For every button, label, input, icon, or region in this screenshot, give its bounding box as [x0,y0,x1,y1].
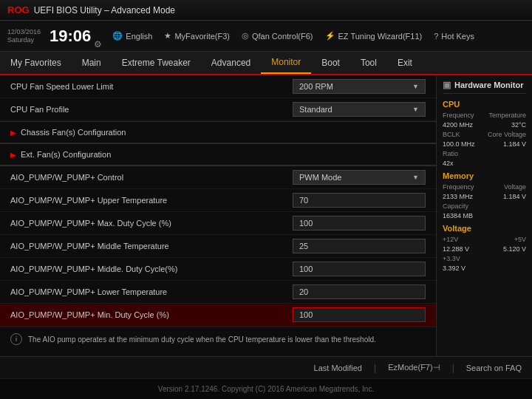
footer-text: Version 2.17.1246. Copyright (C) 2016 Am… [158,385,374,393]
aio-pump-min-duty-input[interactable]: 100 [293,307,426,322]
hw-core-voltage-value: 1.184 V [503,140,526,148]
nav-main[interactable]: Main [72,52,112,74]
nav-exit[interactable]: Exit [387,52,423,74]
info-note: i The AIO pump operates at the minimum d… [0,327,436,351]
hw-mem-freq-voltage-labels: Frequency Voltage [443,183,526,191]
time-display: 19:06 [50,27,91,46]
hw-capacity-label: Capacity [443,202,468,210]
ez-tuning-shortcut[interactable]: ⚡ EZ Tuning Wizard(F11) [325,31,423,41]
settings-gear-icon[interactable]: ⚙ [94,39,102,51]
hw-ratio-value: 42x [443,160,454,167]
info-bar: 12/03/2016 Saturday 19:06 ⚙ 🌐 English ★ … [0,21,532,52]
hw-bclk-value: 100.0 MHz [443,140,475,148]
section-expand-icon2: ▶ [10,151,16,159]
cpu-fan-speed-lower-limit-row: CPU Fan Speed Lower Limit 200 RPM ▼ [0,75,436,98]
dropdown-arrow-icon: ▼ [412,174,419,181]
hw-12v-5v-labels: +12V +5V [443,236,526,243]
status-bar: Last Modified | EzMode(F7)⊣ | Search on … [0,356,532,378]
nav-my-favorites[interactable]: My Favorites [0,52,72,74]
info-items: 🌐 English ★ MyFavorite(F3) ◎ Qfan Contro… [112,31,474,41]
aio-pump-max-duty-input[interactable]: 100 [293,216,426,231]
hw-5v-label: +5V [514,236,526,243]
hw-33v-label: +3.3V [443,255,460,262]
hw-cpu-freq-temp-labels: Frequency Temperature [443,112,526,119]
ez-mode-button[interactable]: EzMode(F7)⊣ [388,363,440,372]
cpu-fan-profile-dropdown[interactable]: Standard ▼ [293,102,426,117]
aio-pump-control-row: AIO_PUMP/W_PUMP+ Control PWM Mode ▼ [0,166,436,189]
hw-cpu-section-title: CPU [443,100,526,109]
hw-mem-freq-voltage-values: 2133 MHz 1.184 V [443,193,526,200]
ext-fans-section[interactable]: ▶ Ext. Fan(s) Configuration [0,144,436,166]
ez-tuning-icon: ⚡ [325,31,335,41]
aio-pump-mid-temp-value[interactable]: 25 [293,239,426,253]
aio-pump-min-duty-label: AIO_PUMP/W_PUMP+ Min. Duty Cycle (%) [10,310,293,319]
hw-capacity-label-row: Capacity [443,202,526,210]
my-favorites-shortcut[interactable]: ★ MyFavorite(F3) [164,31,230,41]
aio-pump-max-duty-label: AIO_PUMP/W_PUMP+ Max. Duty Cycle (%) [10,219,293,228]
dropdown-arrow-icon: ▼ [412,83,419,90]
hw-cpu-temp: 32°C [511,121,526,129]
aio-pump-min-duty-value[interactable]: 100 [293,307,426,322]
aio-pump-max-duty-row: AIO_PUMP/W_PUMP+ Max. Duty Cycle (%) 100 [0,212,436,235]
aio-pump-lower-temp-input[interactable]: 20 [293,284,426,299]
nav-tool[interactable]: Tool [350,52,387,74]
hw-33v-value-row: 3.392 V [443,265,526,272]
hot-keys-label: Hot Keys [441,32,474,41]
hw-12v-value: 12.288 V [443,245,469,253]
date-line1: 12/03/2016 [7,28,41,36]
language-selector[interactable]: 🌐 English [112,31,152,41]
status-divider-1: | [374,363,376,373]
aio-pump-mid-duty-input[interactable]: 100 [293,262,426,276]
aio-pump-mid-duty-value[interactable]: 100 [293,262,426,276]
hw-bclk-voltage-labels: BCLK Core Voltage [443,131,526,138]
chassis-fans-section[interactable]: ▶ Chassis Fan(s) Configuration [0,122,436,143]
info-note-text: The AIO pump operates at the minimum dut… [28,335,376,344]
hw-33v-value: 3.392 V [443,265,466,272]
hw-12v-label: +12V [443,236,458,243]
aio-pump-max-duty-value[interactable]: 100 [293,216,426,231]
aio-pump-mid-temp-input[interactable]: 25 [293,239,426,253]
hw-ratio-label: Ratio [443,150,458,157]
aio-pump-control-dropdown[interactable]: PWM Mode ▼ [293,170,426,185]
chassis-fans-label: Chassis Fan(s) Configuration [21,128,126,137]
hw-ratio-label-row: Ratio [443,150,526,157]
aio-pump-mid-duty-label: AIO_PUMP/W_PUMP+ Middle. Duty Cycle(%) [10,265,293,273]
nav-monitor[interactable]: Monitor [261,52,311,74]
hw-bclk-voltage-values: 100.0 MHz 1.184 V [443,140,526,148]
hw-bclk-label: BCLK [443,131,460,138]
dropdown-arrow-icon: ▼ [412,106,419,113]
hw-cpu-freq-temp-values: 4200 MHz 32°C [443,121,526,129]
hw-12v-5v-values: 12.288 V 5.120 V [443,245,526,253]
aio-pump-upper-temp-label: AIO_PUMP/W_PUMP+ Upper Temperature [10,196,293,205]
language-icon: 🌐 [112,31,123,41]
hw-core-voltage-label: Core Voltage [488,131,526,138]
hardware-monitor-panel: ▣ Hardware Monitor CPU Frequency Tempera… [436,75,532,356]
cpu-fan-speed-dropdown[interactable]: 200 RPM ▼ [293,79,426,94]
qfan-control-shortcut[interactable]: ◎ Qfan Control(F6) [242,31,313,41]
favorites-icon: ★ [164,31,171,41]
nav-advanced[interactable]: Advanced [201,52,261,74]
cpu-fan-profile-value[interactable]: Standard ▼ [293,102,426,117]
aio-pump-upper-temp-value[interactable]: 70 [293,193,426,208]
search-faq-button[interactable]: Search on FAQ [466,364,522,372]
hot-keys-shortcut[interactable]: ? Hot Keys [434,32,474,41]
aio-pump-upper-temp-input[interactable]: 70 [293,193,426,208]
nav-boot[interactable]: Boot [311,52,350,74]
aio-pump-mid-duty-row: AIO_PUMP/W_PUMP+ Middle. Duty Cycle(%) 1… [0,258,436,281]
cpu-fan-profile-row: CPU Fan Profile Standard ▼ [0,98,436,121]
aio-pump-lower-temp-value[interactable]: 20 [293,284,426,299]
hw-capacity-value-row: 16384 MB [443,212,526,219]
cpu-fan-speed-lower-limit-value[interactable]: 200 RPM ▼ [293,79,426,94]
cpu-fan-profile-label: CPU Fan Profile [10,105,293,114]
aio-pump-control-label: AIO_PUMP/W_PUMP+ Control [10,173,293,182]
bios-title: UEFI BIOS Utility – Advanced Mode [34,5,175,16]
title-bar: ROG UEFI BIOS Utility – Advanced Mode [0,0,532,21]
hw-5v-value: 5.120 V [503,245,526,253]
main-layout: CPU Fan Speed Lower Limit 200 RPM ▼ CPU … [0,75,532,356]
ext-fans-label: Ext. Fan(s) Configuration [21,150,111,159]
hw-temp-label: Temperature [488,112,526,119]
hw-capacity-value: 16384 MB [443,212,473,219]
nav-extreme-tweaker[interactable]: Extreme Tweaker [112,52,201,74]
aio-pump-control-value[interactable]: PWM Mode ▼ [293,170,426,185]
hw-ratio-value-row: 42x [443,160,526,167]
